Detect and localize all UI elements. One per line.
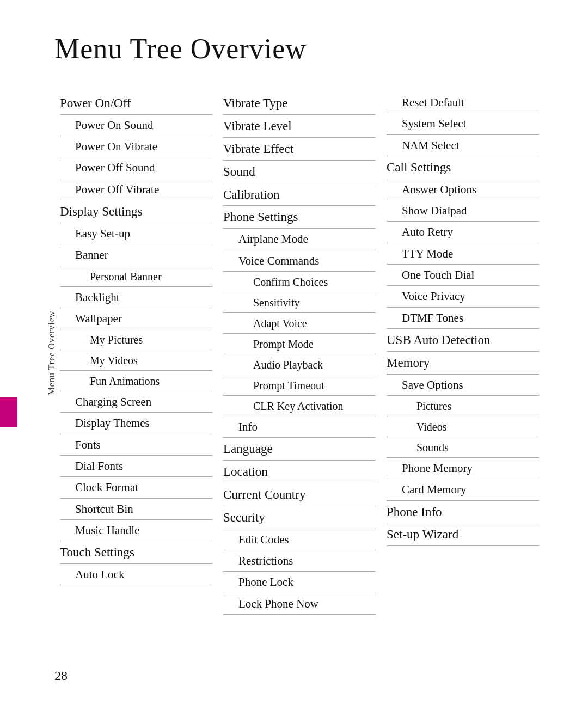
list-item: Adapt Voice <box>223 313 376 334</box>
column-2: Vibrate TypeVibrate LevelVibrate EffectS… <box>218 92 381 615</box>
list-item: Fonts <box>60 434 212 456</box>
list-item: Edit Codes <box>223 529 376 550</box>
list-item: Personal Banner <box>60 266 212 287</box>
list-item: Prompt Timeout <box>223 375 376 396</box>
list-item: Language <box>223 438 376 461</box>
list-item: My Pictures <box>60 329 212 350</box>
list-item: Sounds <box>387 437 539 458</box>
list-item: Display Settings <box>60 200 212 223</box>
list-item: Card Memory <box>387 479 539 500</box>
list-item: DTMF Tones <box>387 308 539 329</box>
list-item: Fun Animations <box>60 371 212 391</box>
list-item: Backlight <box>60 287 212 308</box>
list-item: Reset Default <box>387 92 539 113</box>
column-1: Power On/OffPower On SoundPower On Vibra… <box>54 92 218 615</box>
list-item: USB Auto Detection <box>387 329 539 352</box>
list-item: System Select <box>387 113 539 134</box>
page-title: Menu Tree Overview <box>54 33 544 65</box>
list-item: Auto Lock <box>60 564 212 585</box>
list-item: Show Dialpad <box>387 200 539 222</box>
list-item: Charging Screen <box>60 391 212 413</box>
list-item: One Touch Dial <box>387 265 539 286</box>
list-item: Power On Sound <box>60 115 212 136</box>
list-item: Voice Commands <box>223 250 376 272</box>
list-item: Airplane Mode <box>223 229 376 250</box>
list-item: CLR Key Activation <box>223 396 376 416</box>
list-item: Info <box>223 416 376 438</box>
list-item: Lock Phone Now <box>223 593 376 615</box>
list-item: Display Themes <box>60 413 212 434</box>
list-item: Voice Privacy <box>387 286 539 307</box>
list-item: Phone Memory <box>387 458 539 479</box>
list-item: Prompt Mode <box>223 334 376 354</box>
list-item: Location <box>223 461 376 483</box>
list-item: Vibrate Level <box>223 115 376 138</box>
list-item: Restrictions <box>223 550 376 572</box>
list-item: Set-up Wizard <box>387 523 539 546</box>
list-item: Shortcut Bin <box>60 499 212 520</box>
list-item: Vibrate Type <box>223 92 376 115</box>
list-item: Vibrate Effect <box>223 138 376 161</box>
column-3: Reset DefaultSystem SelectNAM SelectCall… <box>381 92 544 615</box>
list-item: Power Off Vibrate <box>60 179 212 200</box>
list-item: Easy Set-up <box>60 223 212 244</box>
list-item: TTY Mode <box>387 243 539 265</box>
sidebar-accent <box>0 397 17 427</box>
list-item: Power On/Off <box>60 92 212 115</box>
list-item: Touch Settings <box>60 541 212 564</box>
list-item: Sound <box>223 161 376 183</box>
list-item: My Videos <box>60 350 212 371</box>
content-area: Power On/OffPower On SoundPower On Vibra… <box>54 92 544 615</box>
list-item: Save Options <box>387 375 539 396</box>
list-item: Power On Vibrate <box>60 136 212 157</box>
list-item: Calibration <box>223 183 376 206</box>
list-item: Call Settings <box>387 156 539 179</box>
list-item: NAM Select <box>387 135 539 156</box>
list-item: Dial Fonts <box>60 456 212 477</box>
sidebar-label: Menu Tree Overview <box>47 310 57 395</box>
list-item: Audio Playback <box>223 354 376 375</box>
list-item: Music Handle <box>60 520 212 541</box>
list-item: Phone Lock <box>223 572 376 593</box>
list-item: Clock Format <box>60 477 212 498</box>
list-item: Phone Info <box>387 501 539 524</box>
page-number: 28 <box>54 669 68 683</box>
list-item: Phone Settings <box>223 206 376 229</box>
list-item: Power Off Sound <box>60 157 212 179</box>
list-item: Pictures <box>387 396 539 416</box>
list-item: Memory <box>387 352 539 375</box>
page: Menu Tree Overview Menu Tree Overview Po… <box>0 0 588 705</box>
list-item: Security <box>223 506 376 529</box>
list-item: Answer Options <box>387 179 539 200</box>
list-item: Confirm Choices <box>223 272 376 292</box>
list-item: Wallpaper <box>60 308 212 329</box>
list-item: Sensitivity <box>223 292 376 313</box>
list-item: Current Country <box>223 483 376 506</box>
list-item: Videos <box>387 416 539 437</box>
list-item: Banner <box>60 244 212 266</box>
list-item: Auto Retry <box>387 222 539 243</box>
